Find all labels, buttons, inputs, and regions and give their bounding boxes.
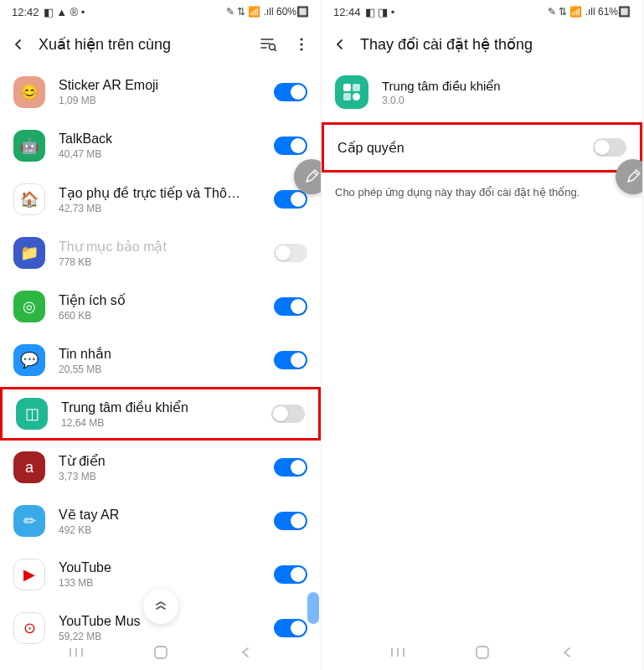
app-detail-header: Trung tâm điều khiển 3.0.0 [322,65,642,119]
app-icon: ▶ [13,559,45,590]
app-toggle[interactable] [274,458,307,477]
settings-header: Thay đổi cài đặt hệ thống [322,23,642,65]
app-name: Từ điển [59,453,243,469]
permission-label: Cấp quyền [337,140,404,156]
app-version: 3.0.0 [382,95,501,106]
app-icon: 🏠 [13,183,45,215]
nav-recent[interactable] [389,644,406,661]
nav-bar [322,635,642,670]
app-name: Trung tâm điều khiển [382,79,501,94]
app-size: 1,09 MB [59,95,260,106]
app-size: 133 MB [59,577,260,589]
app-size: 3,73 MB [59,471,260,482]
app-list-item[interactable]: aTừ điển3,73 MB [0,441,321,494]
right-screen: 12:44 ◧ ◨ • ✎ ⇅ 📶 .ıll 61%🔲 Thay đổi cài… [322,0,643,670]
app-icon: ◎ [13,291,45,322]
app-list-item[interactable]: 📁Thư mục bảo mật778 KB [0,226,321,280]
app-list-item[interactable]: 💬Tin nhắn20,55 MB [0,333,321,387]
app-name: Tiện ích số [59,292,243,308]
permission-row[interactable]: Cấp quyền [322,122,642,173]
app-icon: ✏ [13,505,45,537]
app-icon: a [13,451,45,483]
app-icon: 😊 [13,76,45,108]
permission-toggle[interactable] [593,138,626,157]
back-button[interactable] [10,36,27,53]
nav-back[interactable] [237,644,254,661]
svg-rect-4 [155,647,167,658]
app-size: 660 KB [59,310,260,322]
search-filter-icon[interactable] [259,35,277,54]
svg-point-2 [300,43,302,45]
app-icon: 📁 [13,237,45,269]
permission-description: Cho phép ứng dụng này thay đổi cài đặt h… [322,173,642,212]
app-list-item[interactable]: 🏠Tạo phụ đề trực tiếp và Thông b...42,73… [0,173,321,226]
app-list-item[interactable]: 🤖TalkBack40,47 MB [0,119,321,173]
app-size: 492 KB [59,524,260,536]
status-left: 12:42 ◧ ▲ ® • [12,6,85,18]
app-toggle[interactable] [274,137,307,155]
nav-bar [0,635,321,670]
app-list[interactable]: 😊Sticker AR Emoji1,09 MB🤖TalkBack40,47 M… [0,65,321,655]
app-name: Thư mục bảo mật [59,239,243,255]
app-icon [335,75,368,109]
app-name: Tạo phụ đề trực tiếp và Thông b... [59,185,243,201]
nav-recent[interactable] [68,644,85,661]
app-name: Vẽ tay AR [59,507,243,523]
app-list-item[interactable]: ◎Tiện ích số660 KB [0,280,321,333]
status-right: ✎ ⇅ 📶 .ıll 60%🔲 [226,6,309,18]
svg-rect-9 [477,647,488,658]
svg-rect-6 [353,84,360,91]
app-size: 12,64 MB [61,417,258,429]
app-toggle[interactable] [274,351,307,369]
app-name: Trung tâm điều khiển [61,399,245,415]
more-icon[interactable] [292,35,311,54]
status-bar: 12:44 ◧ ◨ • ✎ ⇅ 📶 .ıll 61%🔲 [322,0,642,23]
app-toggle[interactable] [274,512,307,530]
app-icon: ◫ [16,398,48,430]
status-time: 12:42 [12,6,39,18]
page-title: Xuất hiện trên cùng [39,35,247,54]
app-size: 40,47 MB [59,148,260,160]
app-icon: 💬 [13,344,45,376]
app-list-item[interactable]: 😊Sticker AR Emoji1,09 MB [0,65,321,119]
status-left: 12:44 ◧ ◨ • [333,6,394,18]
app-name: YouTube [59,560,243,575]
back-button[interactable] [332,36,348,53]
app-toggle[interactable] [274,190,307,209]
app-list-item[interactable]: ✏Vẽ tay AR492 KB [0,494,321,548]
app-size: 778 KB [59,256,260,268]
app-toggle[interactable] [271,405,305,423]
status-bar: 12:42 ◧ ▲ ® • ✎ ⇅ 📶 .ıll 60%🔲 [0,0,321,23]
nav-home[interactable] [474,644,491,661]
app-name: TalkBack [59,131,243,147]
svg-point-3 [300,48,302,50]
svg-point-8 [353,93,360,100]
app-size: 42,73 MB [59,203,260,214]
app-size: 20,55 MB [59,363,260,375]
nav-back[interactable] [559,644,575,661]
app-name: Sticker AR Emoji [59,78,243,93]
svg-rect-5 [343,84,351,91]
app-name: Tin nhắn [59,346,243,362]
app-icon: 🤖 [13,130,45,162]
nav-home[interactable] [152,644,169,661]
app-list-item[interactable]: ◫Trung tâm điều khiển12,64 MB [0,387,321,441]
left-screen: 12:42 ◧ ▲ ® • ✎ ⇅ 📶 .ıll 60%🔲 Xuất hiện … [0,0,322,670]
app-toggle[interactable] [274,565,307,584]
scroll-to-top-button[interactable] [143,589,178,624]
app-toggle[interactable] [274,297,307,316]
scroll-indicator[interactable] [307,592,319,624]
status-icons: ◧ ▲ ® • [44,6,85,18]
svg-point-1 [300,38,302,40]
app-toggle[interactable] [274,83,307,101]
page-title: Thay đổi cài đặt hệ thống [360,35,632,54]
settings-header: Xuất hiện trên cùng [0,23,321,65]
status-right: ✎ ⇅ 📶 .ıll 61%🔲 [548,6,631,18]
svg-rect-7 [343,93,351,100]
status-icons: ◧ ◨ • [365,6,395,18]
status-time: 12:44 [333,6,361,18]
app-toggle [274,244,307,262]
